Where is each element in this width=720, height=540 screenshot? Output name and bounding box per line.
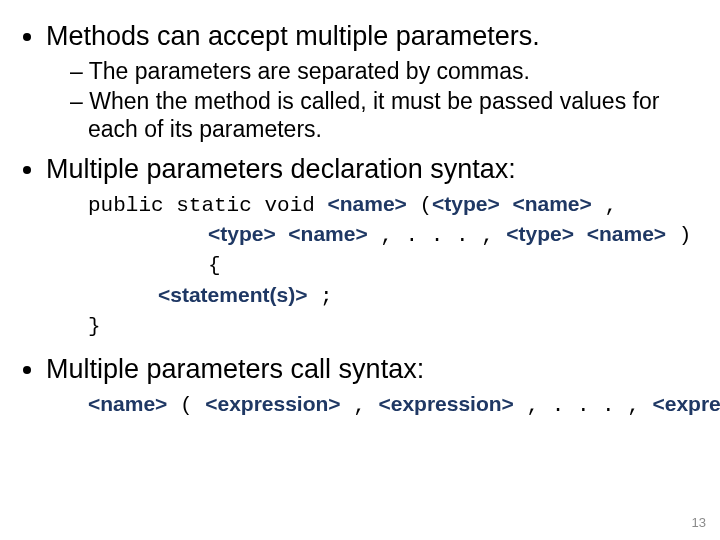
decl-sp-2 — [276, 224, 289, 247]
declaration-code: public static void <name> (<type> <name>… — [88, 190, 692, 342]
call-code: <name> ( <expression> , <expression> , .… — [88, 390, 692, 420]
decl-dots: . . . , — [406, 224, 494, 247]
decl-semi: ; — [307, 285, 332, 308]
decl-type-2: <type> — [208, 222, 276, 245]
decl-type-1: <type> — [432, 192, 500, 215]
decl-statements: <statement(s)> — [158, 283, 307, 306]
decl-pname-2: <name> — [288, 222, 367, 245]
bullet-3-text: Multiple parameters call syntax: — [46, 354, 424, 384]
decl-comma-2: , — [368, 224, 406, 247]
decl-comma-1: , — [592, 194, 617, 217]
bullet-1-text: Methods can accept multiple parameters. — [46, 21, 540, 51]
bullet-3: Multiple parameters call syntax: <name> … — [46, 353, 692, 420]
decl-line-2: <type> <name> , . . . , <type> <name> ) … — [88, 220, 692, 281]
decl-line-1: public static void <name> (<type> <name>… — [88, 190, 692, 220]
decl-line-4: } — [88, 311, 692, 341]
bullet-1-sub-2: When the method is called, it must be pa… — [70, 88, 692, 143]
call-line-1: <name> ( <expression> , <expression> , .… — [88, 390, 692, 420]
decl-sp-1 — [500, 194, 513, 217]
bullet-1-sublist: The parameters are separated by commas. … — [70, 58, 692, 143]
call-lparen: ( — [167, 394, 205, 417]
call-name: <name> — [88, 392, 167, 415]
call-expr-1: <expression> — [205, 392, 340, 415]
decl-pname-3: <name> — [587, 222, 666, 245]
page-number: 13 — [692, 515, 706, 530]
call-dots: . . . , — [552, 394, 653, 417]
decl-keywords: public static void — [88, 194, 327, 217]
bullet-1-sub-1: The parameters are separated by commas. — [70, 58, 692, 86]
decl-lparen: ( — [407, 194, 432, 217]
call-expr-3: <expression> — [653, 392, 721, 415]
bullet-2-text: Multiple parameters declaration syntax: — [46, 154, 516, 184]
decl-line-3: <statement(s)> ; — [88, 281, 692, 311]
decl-sp-3 — [494, 224, 507, 247]
bullet-1: Methods can accept multiple parameters. … — [46, 20, 692, 143]
decl-name-1: <name> — [327, 192, 406, 215]
decl-pname-1: <name> — [512, 192, 591, 215]
call-comma-2: , — [514, 394, 552, 417]
decl-rbrace: } — [88, 315, 101, 338]
decl-type-3: <type> — [506, 222, 574, 245]
slide: Methods can accept multiple parameters. … — [0, 0, 720, 540]
bullet-2: Multiple parameters declaration syntax: … — [46, 153, 692, 341]
call-expr-2: <expression> — [378, 392, 513, 415]
decl-sp-4 — [574, 224, 587, 247]
call-comma-1: , — [341, 394, 379, 417]
bullet-list: Methods can accept multiple parameters. … — [28, 20, 692, 420]
